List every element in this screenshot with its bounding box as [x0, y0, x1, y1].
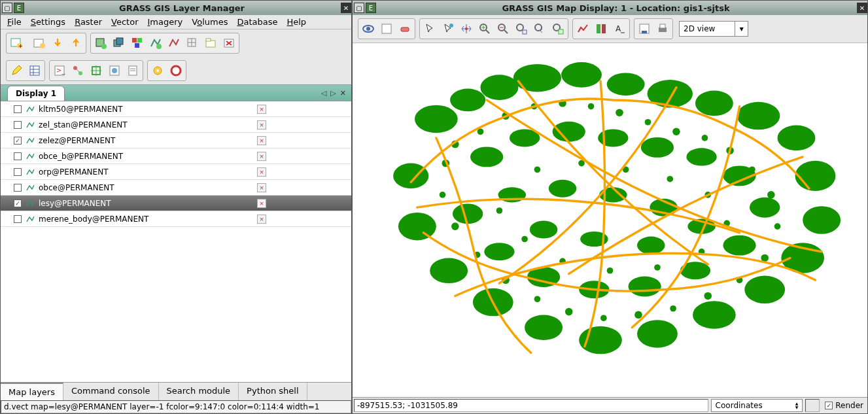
add-rgb-icon[interactable] [128, 34, 147, 52]
layer-checkbox[interactable] [14, 121, 22, 129]
add-thematic-icon[interactable] [165, 34, 183, 52]
export-icon[interactable] [67, 34, 85, 52]
zoom-back-icon[interactable] [530, 20, 549, 38]
svg-point-103 [453, 203, 483, 224]
layer-remove-icon[interactable]: × [257, 199, 266, 208]
help-icon[interactable] [167, 61, 185, 80]
layer-row[interactable]: obce_b@PERMANENT× [1, 148, 351, 164]
query-icon[interactable] [439, 20, 457, 38]
table-icon[interactable] [26, 61, 44, 80]
erase-icon[interactable] [396, 20, 414, 38]
layer-name: merene_body@PERMANENT [39, 215, 148, 224]
cartography-icon[interactable] [105, 61, 124, 80]
lm-toolbar-row2: >_ [1, 57, 351, 84]
layer-row[interactable]: zel_stan@PERMANENT× [1, 117, 351, 133]
tab-prev-icon[interactable]: ◁ [321, 89, 326, 97]
layer-row[interactable]: ✓zelez@PERMANENT× [1, 133, 351, 148]
layer-row[interactable]: orp@PERMANENT× [1, 164, 351, 180]
svg-point-4 [40, 43, 45, 48]
layer-remove-icon[interactable]: × [257, 215, 266, 224]
menu-vector[interactable]: Vector [111, 17, 138, 27]
edit-icon[interactable] [7, 61, 26, 80]
zoom-layer-icon[interactable] [549, 20, 567, 38]
layer-checkbox[interactable]: ✓ [14, 137, 22, 145]
display-tab[interactable]: Display 1 [7, 86, 65, 101]
console-icon[interactable]: >_ [50, 61, 69, 80]
tab-map-layers[interactable]: Map layers [1, 383, 63, 400]
tab-next-icon[interactable]: ▷ [330, 89, 336, 97]
render-checkbox[interactable]: ✓ [825, 402, 833, 409]
lm-titlebar[interactable]: ▢ E GRASS GIS Layer Manager ✕ [1, 1, 351, 15]
add-raster3d-icon[interactable] [110, 34, 128, 52]
layer-row[interactable]: kltm50@PERMANENT× [1, 101, 351, 117]
layer-remove-icon[interactable]: × [257, 105, 266, 114]
map-canvas[interactable] [353, 43, 867, 397]
add-group-icon[interactable] [201, 34, 220, 52]
svg-point-118 [616, 109, 623, 116]
layer-checkbox[interactable] [14, 168, 22, 176]
layer-checkbox[interactable] [14, 215, 22, 223]
layer-row[interactable]: merene_body@PERMANENT× [1, 211, 351, 227]
svg-point-72 [607, 73, 645, 95]
render-region-icon[interactable] [377, 20, 396, 38]
analyze-icon[interactable] [574, 20, 592, 38]
layer-checkbox[interactable] [14, 152, 22, 160]
add-overlay-icon[interactable] [183, 34, 201, 52]
layer-row[interactable]: ✓lesy@PERMANENT× [1, 196, 351, 211]
menu-settings[interactable]: Settings [31, 17, 65, 27]
status-mode-select[interactable]: Coordinates ▲▼ [711, 399, 803, 412]
settings-gear-icon[interactable] [148, 61, 167, 80]
text-overlay-icon[interactable]: A [610, 20, 629, 38]
menu-imagery[interactable]: Imagery [148, 17, 183, 27]
pointer-icon[interactable] [421, 20, 439, 38]
tab-close-icon[interactable]: ✕ [340, 89, 346, 97]
layer-remove-icon[interactable]: × [257, 136, 266, 145]
layer-remove-icon[interactable]: × [257, 167, 266, 177]
zoom-in-icon[interactable] [476, 20, 494, 38]
zoom-extent-icon[interactable] [512, 20, 530, 38]
new-display-icon[interactable]: + [7, 34, 26, 52]
menu-database[interactable]: Database [237, 17, 277, 27]
svg-point-105 [549, 180, 577, 198]
menu-help[interactable]: Help [286, 17, 306, 27]
close-button[interactable]: ✕ [857, 3, 867, 13]
menu-volumes[interactable]: Volumes [192, 17, 228, 27]
layer-checkbox[interactable]: ✓ [14, 199, 22, 207]
overlay-icon[interactable] [592, 20, 610, 38]
tab-python-shell[interactable]: Python shell [239, 383, 307, 400]
add-vector-icon[interactable] [147, 34, 165, 52]
minimize-button[interactable]: ▢ [2, 3, 12, 13]
md-titlebar[interactable]: ▢ E GRASS GIS Map Display: 1 - Location:… [353, 1, 867, 15]
render-toggle[interactable]: ✓ Render [825, 399, 863, 412]
print-icon[interactable] [653, 20, 672, 38]
render-eye-icon[interactable] [359, 20, 377, 38]
view-mode-select[interactable]: 2D view ▾ [679, 21, 748, 37]
menu-raster[interactable]: Raster [75, 17, 102, 27]
zoom-out-icon[interactable] [494, 20, 512, 38]
spinner-icon[interactable]: ▲▼ [795, 402, 799, 409]
layer-checkbox[interactable] [14, 184, 22, 192]
tab-search-module[interactable]: Search module [159, 383, 239, 400]
lm-title: GRASS GIS Layer Manager [24, 3, 339, 13]
modeler-icon[interactable] [69, 61, 87, 80]
remove-layer-icon[interactable] [220, 34, 238, 52]
minimize-button[interactable]: ▢ [354, 3, 364, 13]
tab-command-console[interactable]: Command console [63, 383, 159, 400]
add-raster-icon[interactable] [92, 34, 110, 52]
georectify-icon[interactable] [87, 61, 105, 80]
pan-icon[interactable] [457, 20, 476, 38]
layer-checkbox[interactable] [14, 105, 22, 113]
chevron-down-icon[interactable]: ▾ [735, 22, 748, 36]
close-button[interactable]: ✕ [341, 3, 351, 13]
open-workspace-icon[interactable] [30, 34, 48, 52]
save-image-icon[interactable] [635, 20, 653, 38]
layer-remove-icon[interactable]: × [257, 152, 266, 161]
layer-remove-icon[interactable]: × [257, 120, 266, 129]
layer-tree[interactable]: kltm50@PERMANENT×zel_stan@PERMANENT×✓zel… [1, 101, 351, 382]
menu-file[interactable]: File [7, 17, 22, 27]
layer-row[interactable]: obce@PERMANENT× [1, 180, 351, 196]
script-icon[interactable] [124, 61, 142, 80]
vector-layer-icon [26, 199, 35, 208]
import-icon[interactable] [48, 34, 67, 52]
layer-remove-icon[interactable]: × [257, 183, 266, 192]
